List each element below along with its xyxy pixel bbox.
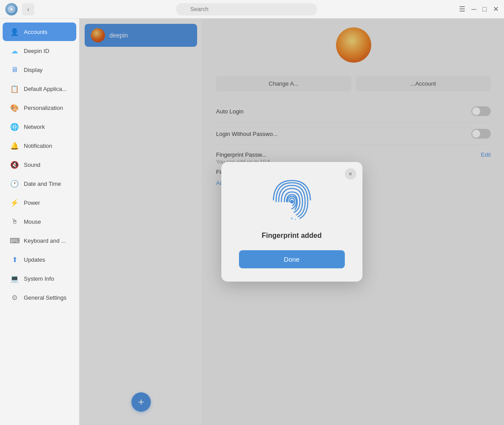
- sidebar-item-updates[interactable]: ⬆ Updates: [3, 250, 76, 269]
- deepin-id-icon: ☁: [10, 46, 19, 56]
- modal-done-button[interactable]: Done: [239, 250, 345, 268]
- sidebar: 👤 Accounts ☁ Deepin ID 🖥 Display 📋 Defau…: [0, 19, 79, 425]
- app-icon: [5, 3, 18, 15]
- sound-icon: 🔇: [10, 160, 19, 169]
- sidebar-item-keyboard[interactable]: ⌨ Keyboard and ...: [3, 231, 76, 250]
- main-layout: 👤 Accounts ☁ Deepin ID 🖥 Display 📋 Defau…: [0, 19, 504, 425]
- sidebar-label-general: General Settings: [24, 294, 67, 301]
- search-wrap: 🔍: [176, 3, 317, 15]
- sidebar-item-network[interactable]: 🌐 Network: [3, 117, 76, 136]
- fingerprint-graphic: [270, 180, 314, 224]
- modal-title: Fingerprint added: [262, 232, 322, 240]
- sidebar-item-personalization[interactable]: 🎨 Personalization: [3, 98, 76, 117]
- svg-point-2: [291, 218, 293, 219]
- titlebar-left: ‹: [5, 3, 34, 15]
- updates-icon: ⬆: [10, 255, 19, 264]
- sidebar-label-network: Network: [24, 124, 45, 130]
- sidebar-label-sound: Sound: [24, 162, 41, 168]
- accounts-icon: 👤: [10, 27, 19, 37]
- sidebar-item-accounts[interactable]: 👤 Accounts: [3, 23, 76, 41]
- sidebar-label-sysinfo: System Info: [24, 275, 54, 282]
- sidebar-item-notification[interactable]: 🔔 Notification: [3, 136, 76, 155]
- svg-point-0: [11, 8, 13, 10]
- sidebar-item-mouse[interactable]: 🖱 Mouse: [3, 212, 76, 231]
- network-icon: 🌐: [10, 122, 19, 132]
- notification-icon: 🔔: [10, 141, 19, 150]
- sidebar-item-general[interactable]: ⚙ General Settings: [3, 288, 76, 307]
- sidebar-label-personalization: Personalization: [24, 105, 63, 111]
- sidebar-label-display: Display: [24, 67, 43, 73]
- svg-point-1: [291, 200, 293, 203]
- sidebar-label-accounts: Accounts: [24, 29, 47, 35]
- sidebar-label-mouse: Mouse: [24, 218, 41, 225]
- sidebar-item-default-app[interactable]: 📋 Default Applica...: [3, 79, 76, 98]
- default-app-icon: 📋: [10, 84, 19, 94]
- titlebar-right: ☰ ─ □ ✕: [459, 5, 499, 13]
- sidebar-label-datetime: Date and Time: [24, 181, 61, 187]
- sidebar-label-updates: Updates: [24, 256, 45, 263]
- sidebar-label-keyboard: Keyboard and ...: [24, 237, 66, 244]
- sidebar-item-display[interactable]: 🖥 Display: [3, 60, 76, 79]
- datetime-icon: 🕐: [10, 179, 19, 188]
- sidebar-item-deepin-id[interactable]: ☁ Deepin ID: [3, 41, 76, 60]
- modal-close-button[interactable]: ×: [345, 168, 356, 180]
- mouse-icon: 🖱: [10, 217, 19, 226]
- svg-point-3: [295, 219, 296, 220]
- sidebar-item-sysinfo[interactable]: 💻 System Info: [3, 269, 76, 288]
- power-icon: ⚡: [10, 198, 19, 207]
- fingerprint-added-modal: ×: [221, 162, 362, 282]
- back-button[interactable]: ‹: [22, 3, 34, 15]
- sidebar-item-sound[interactable]: 🔇 Sound: [3, 155, 76, 174]
- keyboard-icon: ⌨: [10, 236, 19, 245]
- personalization-icon: 🎨: [10, 103, 19, 113]
- close-button[interactable]: ✕: [493, 5, 499, 13]
- sidebar-label-notification: Notification: [24, 143, 52, 149]
- sidebar-label-power: Power: [24, 199, 40, 206]
- sidebar-label-deepin-id: Deepin ID: [24, 48, 49, 54]
- minimize-button[interactable]: ─: [471, 5, 476, 13]
- content-area: deepin Change A... ...Account Auto Login: [79, 19, 504, 425]
- search-input[interactable]: [176, 3, 317, 15]
- menu-button[interactable]: ☰: [459, 5, 465, 13]
- sidebar-label-default-app: Default Applica...: [24, 86, 67, 92]
- modal-overlay: ×: [79, 19, 504, 425]
- titlebar: ‹ 🔍 ☰ ─ □ ✕: [0, 0, 504, 19]
- maximize-button[interactable]: □: [482, 5, 487, 13]
- sidebar-item-power[interactable]: ⚡ Power: [3, 193, 76, 212]
- display-icon: 🖥: [10, 65, 19, 75]
- sidebar-item-datetime[interactable]: 🕐 Date and Time: [3, 174, 76, 193]
- general-icon: ⚙: [10, 293, 19, 302]
- sysinfo-icon: 💻: [10, 274, 19, 283]
